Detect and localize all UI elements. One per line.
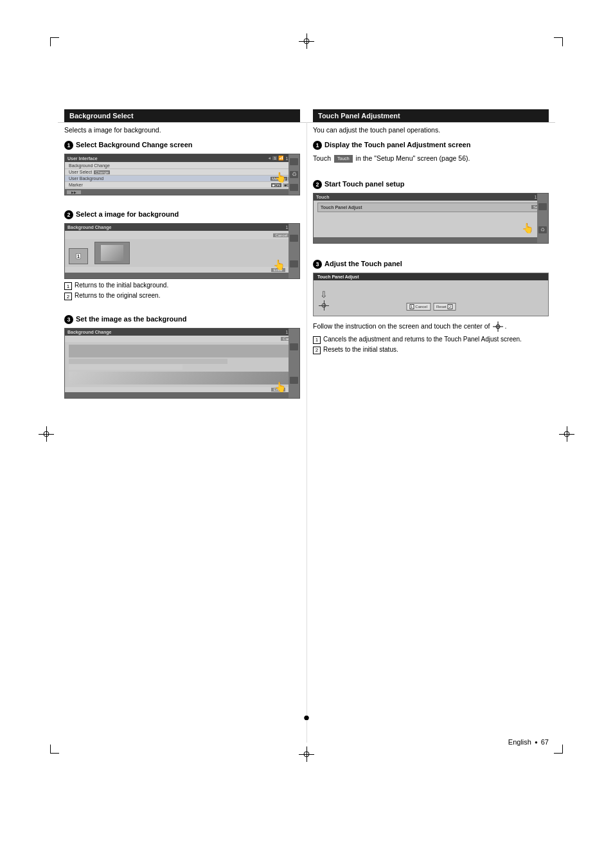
right-notes: 1 Cancels the adjustment and returns to … <box>313 336 549 354</box>
touch-step1-text-before: Touch <box>313 154 333 162</box>
left-section-desc: Selects a image for background. <box>64 126 300 134</box>
right-step-3-title: Adjust the Touch panel <box>324 259 402 268</box>
right-step-1: 1 Display the Touch panel Adjustment scr… <box>313 140 549 170</box>
left-column: Background Select Selects a image for ba… <box>64 109 300 720</box>
right-step-2-title: Start Touch panel setup <box>324 179 404 188</box>
footer-language: English <box>508 738 531 746</box>
left-step-2-badge: 2 <box>64 210 73 219</box>
left-step-1-badge: 1 <box>64 141 73 150</box>
follow-instruction-text: Follow the instruction on the screen and… <box>313 321 549 332</box>
touch-step1-text-after: in the "Setup Menu" screen (page 56). <box>356 154 470 162</box>
left-note-1: 1 Returns to the initial background. <box>64 282 300 290</box>
left-step-2-title: Select a image for background <box>76 210 179 219</box>
right-column: Touch Panel Adjustment You can adjust th… <box>313 109 549 720</box>
main-content: Background Select Selects a image for ba… <box>64 109 549 720</box>
right-step-3-badge: 3 <box>313 260 322 269</box>
left-step-3-badge: 3 <box>64 315 73 324</box>
footer-page-number: 67 <box>541 738 549 746</box>
left-note-2: 2 Returns to the original screen. <box>64 292 300 300</box>
left-step-2: 2 Select a image for background Backgrou… <box>64 210 300 305</box>
left-section-header: Background Select <box>64 109 300 122</box>
left-step-1-title: Select Background Change screen <box>76 140 193 149</box>
right-step-1-title: Display the Touch panel Adjustment scree… <box>324 140 470 149</box>
left-step-3-title: Set the image as the background <box>76 314 186 323</box>
right-note-2: 2 Resets to the initial status. <box>313 346 549 354</box>
right-section-header: Touch Panel Adjustment <box>313 109 549 122</box>
left-step-3: 3 Set the image as the background Backgr… <box>64 314 300 399</box>
right-step-2-badge: 2 <box>313 180 322 189</box>
touch-label-box: Touch <box>334 155 353 163</box>
right-step-3: 3 Adjust the Touch panel Touch Panel Adj… <box>313 259 549 356</box>
right-note-1: 1 Cancels the adjustment and returns to … <box>313 336 549 344</box>
right-section-desc: You can adjust the touch panel operation… <box>313 126 549 134</box>
footer-bullet: ● <box>535 739 538 745</box>
right-step-2: 2 Start Touch panel setup Touch 11:21 To… <box>313 179 549 250</box>
right-step-1-badge: 1 <box>313 141 322 150</box>
page-footer: English ● 67 <box>508 738 549 746</box>
left-step-1: 1 Select Background Change screen User I… <box>64 140 300 201</box>
